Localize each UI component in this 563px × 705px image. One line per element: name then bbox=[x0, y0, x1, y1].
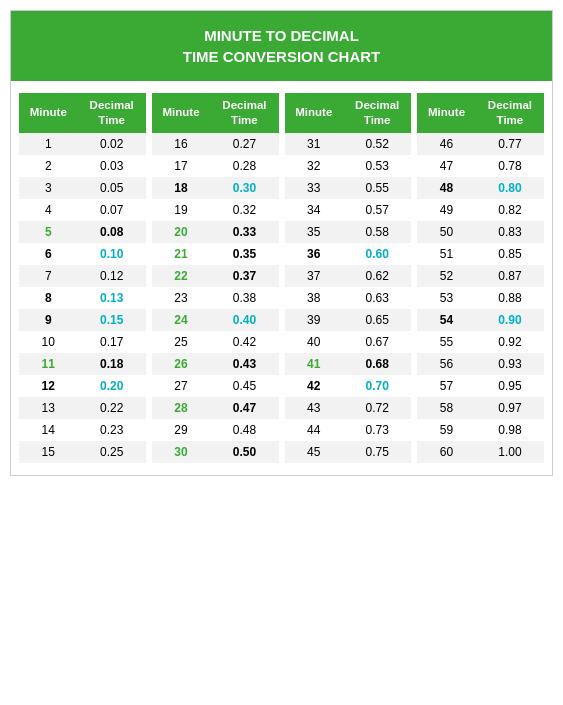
minute-cell: 40 bbox=[285, 331, 344, 353]
conversion-table-2: MinuteDecimalTime310.52320.53330.55340.5… bbox=[285, 93, 412, 463]
minute-cell: 7 bbox=[19, 265, 78, 287]
table-row: 410.68 bbox=[285, 353, 412, 375]
table-row: 100.17 bbox=[19, 331, 146, 353]
table-row: 500.83 bbox=[417, 221, 544, 243]
table-row: 460.77 bbox=[417, 133, 544, 155]
decimal-cell: 0.53 bbox=[343, 155, 411, 177]
decimal-cell: 0.17 bbox=[78, 331, 146, 353]
minute-cell: 14 bbox=[19, 419, 78, 441]
minute-cell: 8 bbox=[19, 287, 78, 309]
minute-cell: 9 bbox=[19, 309, 78, 331]
table-row: 80.13 bbox=[19, 287, 146, 309]
table-row: 420.70 bbox=[285, 375, 412, 397]
decimal-cell: 0.60 bbox=[343, 243, 411, 265]
decimal-cell: 0.28 bbox=[210, 155, 278, 177]
minute-cell: 43 bbox=[285, 397, 344, 419]
table-row: 450.75 bbox=[285, 441, 412, 463]
table-row: 540.90 bbox=[417, 309, 544, 331]
table-row: 90.15 bbox=[19, 309, 146, 331]
minute-cell: 55 bbox=[417, 331, 476, 353]
table-row: 280.47 bbox=[152, 397, 279, 419]
decimal-cell: 0.90 bbox=[476, 309, 544, 331]
table-row: 40.07 bbox=[19, 199, 146, 221]
decimal-cell: 0.80 bbox=[476, 177, 544, 199]
decimal-cell: 0.45 bbox=[210, 375, 278, 397]
table-row: 150.25 bbox=[19, 441, 146, 463]
minute-cell: 15 bbox=[19, 441, 78, 463]
table-row: 210.35 bbox=[152, 243, 279, 265]
minute-cell: 28 bbox=[152, 397, 211, 419]
table-section-2: MinuteDecimalTime310.52320.53330.55340.5… bbox=[285, 93, 412, 463]
col-minute-header: Minute bbox=[417, 93, 476, 133]
minute-cell: 35 bbox=[285, 221, 344, 243]
table-row: 590.98 bbox=[417, 419, 544, 441]
table-row: 510.85 bbox=[417, 243, 544, 265]
conversion-table-1: MinuteDecimalTime160.27170.28180.30190.3… bbox=[152, 93, 279, 463]
decimal-cell: 0.13 bbox=[78, 287, 146, 309]
minute-cell: 13 bbox=[19, 397, 78, 419]
decimal-cell: 0.58 bbox=[343, 221, 411, 243]
table-row: 470.78 bbox=[417, 155, 544, 177]
decimal-cell: 0.93 bbox=[476, 353, 544, 375]
decimal-cell: 0.38 bbox=[210, 287, 278, 309]
minute-cell: 58 bbox=[417, 397, 476, 419]
table-row: 220.37 bbox=[152, 265, 279, 287]
col-decimal-header: DecimalTime bbox=[78, 93, 146, 133]
table-row: 130.22 bbox=[19, 397, 146, 419]
minute-cell: 18 bbox=[152, 177, 211, 199]
minute-cell: 31 bbox=[285, 133, 344, 155]
decimal-cell: 0.82 bbox=[476, 199, 544, 221]
table-row: 50.08 bbox=[19, 221, 146, 243]
decimal-cell: 0.88 bbox=[476, 287, 544, 309]
table-row: 340.57 bbox=[285, 199, 412, 221]
decimal-cell: 0.32 bbox=[210, 199, 278, 221]
minute-cell: 26 bbox=[152, 353, 211, 375]
decimal-cell: 0.57 bbox=[343, 199, 411, 221]
minute-cell: 1 bbox=[19, 133, 78, 155]
decimal-cell: 0.95 bbox=[476, 375, 544, 397]
decimal-cell: 0.62 bbox=[343, 265, 411, 287]
minute-cell: 27 bbox=[152, 375, 211, 397]
decimal-cell: 0.92 bbox=[476, 331, 544, 353]
conversion-table-0: MinuteDecimalTime10.0220.0330.0540.0750.… bbox=[19, 93, 146, 463]
minute-cell: 57 bbox=[417, 375, 476, 397]
decimal-cell: 0.72 bbox=[343, 397, 411, 419]
table-row: 190.32 bbox=[152, 199, 279, 221]
table-row: 530.88 bbox=[417, 287, 544, 309]
decimal-cell: 0.12 bbox=[78, 265, 146, 287]
table-section-1: MinuteDecimalTime160.27170.28180.30190.3… bbox=[152, 93, 279, 463]
decimal-cell: 0.35 bbox=[210, 243, 278, 265]
decimal-cell: 0.42 bbox=[210, 331, 278, 353]
minute-cell: 50 bbox=[417, 221, 476, 243]
decimal-cell: 0.05 bbox=[78, 177, 146, 199]
minute-cell: 44 bbox=[285, 419, 344, 441]
decimal-cell: 0.03 bbox=[78, 155, 146, 177]
col-decimal-header: DecimalTime bbox=[343, 93, 411, 133]
decimal-cell: 0.68 bbox=[343, 353, 411, 375]
table-row: 560.93 bbox=[417, 353, 544, 375]
decimal-cell: 0.20 bbox=[78, 375, 146, 397]
decimal-cell: 0.27 bbox=[210, 133, 278, 155]
minute-cell: 24 bbox=[152, 309, 211, 331]
minute-cell: 36 bbox=[285, 243, 344, 265]
table-row: 60.10 bbox=[19, 243, 146, 265]
decimal-cell: 1.00 bbox=[476, 441, 544, 463]
minute-cell: 29 bbox=[152, 419, 211, 441]
decimal-cell: 0.75 bbox=[343, 441, 411, 463]
table-row: 230.38 bbox=[152, 287, 279, 309]
table-row: 360.60 bbox=[285, 243, 412, 265]
table-row: 320.53 bbox=[285, 155, 412, 177]
minute-cell: 11 bbox=[19, 353, 78, 375]
decimal-cell: 0.85 bbox=[476, 243, 544, 265]
decimal-cell: 0.70 bbox=[343, 375, 411, 397]
minute-cell: 10 bbox=[19, 331, 78, 353]
table-row: 30.05 bbox=[19, 177, 146, 199]
minute-cell: 34 bbox=[285, 199, 344, 221]
minute-cell: 60 bbox=[417, 441, 476, 463]
table-row: 120.20 bbox=[19, 375, 146, 397]
table-row: 330.55 bbox=[285, 177, 412, 199]
table-row: 250.42 bbox=[152, 331, 279, 353]
decimal-cell: 0.10 bbox=[78, 243, 146, 265]
table-row: 180.30 bbox=[152, 177, 279, 199]
decimal-cell: 0.37 bbox=[210, 265, 278, 287]
